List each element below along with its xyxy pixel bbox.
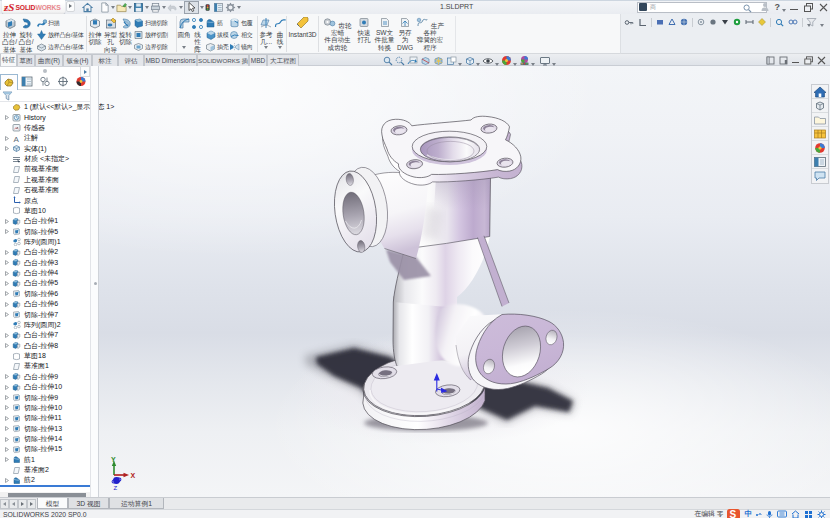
svg-text:WORKS: WORKS [36,4,62,11]
svg-text:ƶS: ƶS [3,1,14,13]
svg-text:Z: Z [114,485,118,491]
svg-text:S: S [729,509,736,518]
svg-text:SOLID: SOLID [16,4,36,11]
svg-text:X: X [131,472,136,479]
svg-text:A: A [14,134,20,143]
